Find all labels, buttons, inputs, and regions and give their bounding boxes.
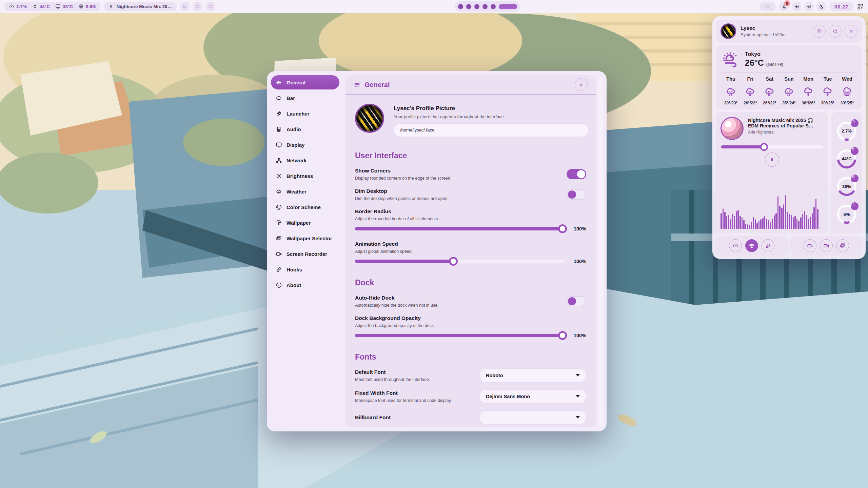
clock: 00:27 bbox=[834, 4, 848, 9]
sun-icon bbox=[807, 4, 812, 9]
control-panel: Lysec System uptime: 1h23m Tokyo 26°C (G… bbox=[712, 16, 866, 259]
clock-pill[interactable]: 00:27 bbox=[829, 2, 853, 11]
setting-description: Adjust global animation speed. bbox=[355, 249, 586, 254]
overview-button[interactable] bbox=[857, 3, 864, 10]
toggle-off[interactable] bbox=[567, 189, 586, 200]
gauge-badge bbox=[851, 147, 859, 155]
sidebar-item-launcher[interactable]: Launcher bbox=[271, 106, 339, 121]
sidebar-item-general[interactable]: General bbox=[271, 75, 339, 89]
sidebar-item-wallpaper[interactable]: Wallpaper bbox=[271, 216, 339, 230]
slider-track[interactable] bbox=[355, 334, 565, 337]
visualizer-bar bbox=[758, 221, 760, 229]
slider-track[interactable] bbox=[355, 260, 565, 263]
moon-off-button[interactable] bbox=[816, 2, 826, 11]
sidebar-item-bar[interactable]: Bar bbox=[271, 91, 339, 105]
toggle-knob[interactable] bbox=[568, 297, 576, 305]
sidebar-item-about[interactable]: About bbox=[271, 278, 339, 292]
visualizer-bar bbox=[751, 222, 752, 229]
sidebar-item-hooks[interactable]: Hooks bbox=[271, 262, 339, 277]
visualizer-bar bbox=[783, 204, 785, 229]
tool-camera-off-button[interactable] bbox=[820, 239, 833, 252]
media-pill[interactable]: Nightcore Music Mix 20… bbox=[104, 2, 177, 11]
visualizer-bar bbox=[743, 220, 745, 229]
font-select[interactable]: DejaVu Sans Mono bbox=[479, 389, 586, 404]
topbar-right: 8 00:27 bbox=[760, 2, 864, 11]
sidebar-item-audio[interactable]: Audio bbox=[271, 122, 339, 136]
stat-gauge: 2.7% bbox=[9, 4, 27, 9]
workspace-dot[interactable] bbox=[458, 4, 463, 9]
setting-label: Default Font bbox=[355, 369, 430, 375]
setting-label: Animation Speed bbox=[355, 241, 586, 247]
section-heading: User Interface bbox=[355, 151, 586, 160]
profile-leaf-button[interactable] bbox=[762, 239, 774, 252]
tool-images-button[interactable] bbox=[836, 239, 849, 252]
profile-path-input[interactable]: /home/lysec/.face bbox=[394, 123, 589, 137]
volume-button[interactable] bbox=[792, 2, 802, 11]
forecast-day-sun: Sun35°/24° bbox=[779, 76, 798, 105]
sidebar-item-brightness[interactable]: Brightness bbox=[271, 169, 339, 183]
setting-description: Main font used throughout the interface. bbox=[355, 377, 430, 382]
workspace-dot[interactable] bbox=[474, 4, 479, 9]
power-button[interactable] bbox=[829, 25, 842, 38]
forecast-day-wed: Wed33°/25° bbox=[837, 76, 857, 105]
slider-track[interactable] bbox=[355, 227, 565, 230]
fog-icon bbox=[841, 86, 853, 97]
tool-videocam-button[interactable] bbox=[804, 239, 816, 252]
tray-item[interactable] bbox=[760, 2, 776, 11]
gear-button[interactable] bbox=[813, 25, 826, 38]
sidebar-item-display[interactable]: Display bbox=[271, 138, 339, 152]
font-select[interactable] bbox=[479, 410, 586, 425]
pause-icon bbox=[108, 4, 113, 9]
settings-scroll-body: Lysec's Profile Picture Your profile pic… bbox=[346, 95, 596, 428]
track-progress-slider[interactable] bbox=[721, 145, 823, 148]
toggle-off[interactable] bbox=[567, 296, 586, 306]
slider-knob[interactable] bbox=[558, 331, 567, 340]
workspace-dot[interactable] bbox=[466, 4, 471, 9]
visualizer-bar bbox=[789, 214, 790, 229]
close-button[interactable] bbox=[845, 25, 857, 38]
scrollbar[interactable] bbox=[599, 77, 603, 426]
close-button[interactable] bbox=[575, 78, 588, 91]
gauge-gauge: 2.7% bbox=[836, 120, 857, 142]
tray-app-icon bbox=[765, 4, 771, 9]
slider-knob[interactable] bbox=[449, 257, 458, 266]
forecast-day-label: Fri bbox=[747, 76, 753, 82]
skull-icon bbox=[182, 4, 187, 9]
monitor-icon bbox=[276, 142, 282, 148]
section-heading: Dock bbox=[355, 278, 586, 287]
play-pause-button[interactable] bbox=[765, 152, 779, 167]
setting-description: Display rounded corners on the edge of t… bbox=[355, 176, 451, 181]
visualizer-bar bbox=[736, 211, 737, 229]
sidebar-item-network[interactable]: Network bbox=[271, 153, 339, 167]
rain-icon bbox=[725, 86, 737, 97]
rocket-icon bbox=[276, 110, 282, 117]
sidebar-item-color-scheme[interactable]: Color Scheme bbox=[271, 200, 339, 214]
toggle-knob[interactable] bbox=[577, 170, 585, 178]
system-stats-pill[interactable]: 2.7%44°C38°C9.6G bbox=[4, 2, 100, 11]
profile-scales-button[interactable] bbox=[745, 239, 758, 252]
progress-knob[interactable] bbox=[760, 143, 768, 151]
workspace-dot[interactable] bbox=[482, 4, 488, 9]
workspace-dot[interactable] bbox=[491, 4, 496, 9]
heart-button[interactable] bbox=[206, 2, 215, 11]
sidebar-item-screen-recorder[interactable]: Screen Recorder bbox=[271, 247, 339, 261]
workspace-indicator[interactable] bbox=[455, 1, 520, 12]
sidebar-item-label: About bbox=[287, 282, 301, 288]
settings-sections: User InterfaceShow CornersDisplay rounde… bbox=[355, 151, 586, 425]
toggle-on[interactable] bbox=[567, 169, 586, 179]
profile-gauge-button[interactable] bbox=[729, 239, 742, 252]
workspace-dot-active[interactable] bbox=[499, 4, 517, 9]
sidebar-item-weather[interactable]: Weather bbox=[271, 184, 339, 199]
notifications-button[interactable]: 8 bbox=[779, 2, 789, 11]
setting-description: Monospace font used for terminal and cod… bbox=[355, 398, 452, 403]
slider-knob[interactable] bbox=[558, 224, 567, 233]
pause-icon bbox=[769, 157, 775, 162]
videocam-icon bbox=[276, 251, 282, 257]
toggle-knob[interactable] bbox=[568, 190, 576, 199]
font-select[interactable]: Roboto bbox=[479, 368, 586, 383]
skull-button[interactable] bbox=[180, 2, 190, 11]
sun-button[interactable] bbox=[804, 2, 814, 11]
visualizer-bar bbox=[756, 223, 758, 229]
heart-button[interactable] bbox=[193, 2, 202, 11]
sidebar-item-wallpaper-selector[interactable]: Wallpaper Selector bbox=[271, 231, 339, 245]
